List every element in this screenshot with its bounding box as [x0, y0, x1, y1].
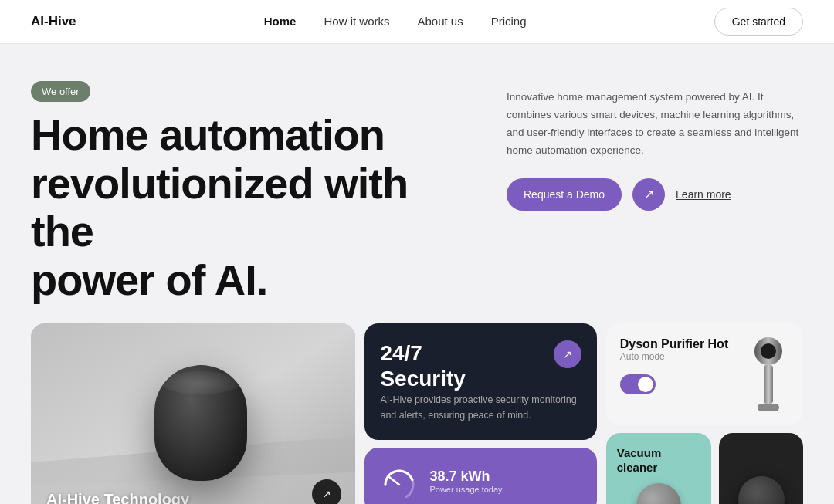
- dyson-toggle[interactable]: [620, 374, 656, 394]
- dyson-purifier-icon: [751, 337, 785, 414]
- dyson-mode: Auto mode: [620, 351, 737, 362]
- nav-home[interactable]: Home: [264, 15, 297, 28]
- power-gauge-icon: [380, 462, 419, 500]
- power-card: 38.7 kWh Power usage today: [364, 448, 596, 504]
- hero-section: We offer Home automation revolutionized …: [0, 44, 834, 305]
- svg-rect-9: [758, 404, 779, 411]
- nav-about-us[interactable]: About us: [417, 15, 463, 28]
- device-card-bg: [31, 323, 355, 504]
- nav-pricing[interactable]: Pricing: [491, 15, 527, 28]
- bottom-row: Vacuum cleaner: [606, 433, 803, 504]
- learn-more-button[interactable]: Learn more: [676, 188, 731, 201]
- security-card-top: 24/7 Security ↗: [380, 340, 581, 392]
- homepod-device: [154, 365, 247, 481]
- vacuum-image-area: [617, 483, 701, 504]
- nav-links: Home How it works About us Pricing: [264, 15, 527, 29]
- mid-column: 24/7 Security ↗ AI-Hive provides proacti…: [364, 323, 596, 504]
- vacuum-name: Vacuum cleaner: [617, 445, 701, 475]
- navbar: AI-Hive Home How it works About us Prici…: [0, 0, 834, 44]
- hero-title: Home automation revolutionized with the …: [31, 111, 476, 305]
- vacuum-card: Vacuum cleaner: [606, 433, 712, 504]
- svg-rect-8: [764, 365, 773, 404]
- security-description: AI-Hive provides proactive security moni…: [380, 392, 581, 423]
- vacuum-icon: [636, 483, 681, 504]
- dyson-name: Dyson Purifier Hot: [620, 337, 737, 351]
- dyson-image: [747, 337, 789, 414]
- hero-right: Innovative home management system powere…: [507, 81, 803, 305]
- hero-description: Innovative home management system powere…: [507, 89, 803, 160]
- nav-how-it-works[interactable]: How it works: [324, 15, 389, 28]
- dyson-info: Dyson Purifier Hot Auto mode: [620, 337, 737, 394]
- security-card: 24/7 Security ↗ AI-Hive provides proacti…: [364, 323, 596, 440]
- speaker-container: [31, 323, 355, 504]
- svg-point-7: [761, 343, 776, 359]
- logo: AI-Hive: [31, 14, 76, 29]
- svg-line-5: [389, 477, 399, 485]
- dyson-card: Dyson Purifier Hot Auto mode: [606, 323, 803, 425]
- small-speaker-card: [719, 433, 803, 504]
- security-title: 24/7 Security: [380, 340, 466, 392]
- get-started-button[interactable]: Get started: [714, 8, 803, 36]
- request-demo-button[interactable]: Request a Demo: [507, 178, 622, 211]
- we-offer-badge: We offer: [31, 81, 90, 102]
- power-label: Power usage today: [429, 485, 502, 494]
- hero-actions: Request a Demo ↗ Learn more: [507, 178, 803, 211]
- power-info: 38.7 kWh Power usage today: [429, 468, 502, 494]
- demo-arrow-button[interactable]: ↗: [632, 178, 665, 211]
- device-card: AI-Hive Technology ↗: [31, 323, 355, 504]
- power-value: 38.7 kWh: [429, 468, 502, 485]
- right-column: Dyson Purifier Hot Auto mode: [606, 323, 803, 504]
- security-arrow-button[interactable]: ↗: [554, 340, 581, 368]
- small-speaker-icon: [738, 476, 785, 504]
- cards-section: AI-Hive Technology ↗ 24/7 Security ↗ AI-…: [0, 305, 834, 504]
- hero-left: We offer Home automation revolutionized …: [31, 81, 476, 305]
